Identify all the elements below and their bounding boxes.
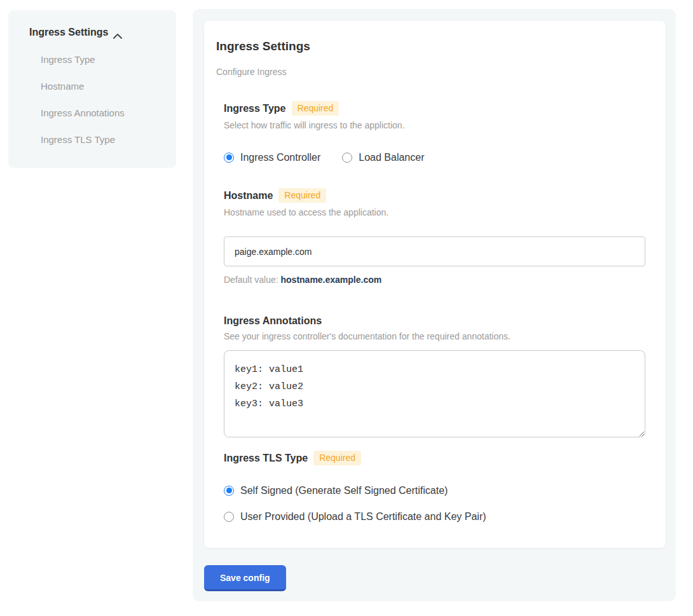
required-badge: Required bbox=[292, 101, 340, 116]
sidebar-item-ingress-tls-type[interactable]: Ingress TLS Type bbox=[41, 134, 163, 146]
annotations-textarea[interactable]: key1: value1 key2: value2 key3: value3 bbox=[224, 350, 645, 437]
hostname-label-row: Hostname Required bbox=[224, 188, 645, 203]
sidebar-item-ingress-annotations[interactable]: Ingress Annotations bbox=[41, 107, 163, 119]
ingress-type-options: Ingress Controller Load Balancer bbox=[224, 151, 645, 164]
chevron-up-icon bbox=[113, 30, 122, 36]
save-config-button[interactable]: Save config bbox=[204, 565, 286, 591]
hostname-description: Hostname used to access the application. bbox=[224, 207, 645, 218]
sidebar-item-ingress-type[interactable]: Ingress Type bbox=[41, 54, 163, 65]
tls-type-label-row: Ingress TLS Type Required bbox=[224, 451, 645, 465]
annotations-label: Ingress Annotations bbox=[224, 315, 322, 327]
section-ingress-annotations: Ingress Annotations See your ingress con… bbox=[224, 315, 645, 437]
section-ingress-type: Ingress Type Required Select how traffic… bbox=[224, 101, 645, 164]
sidebar-item-list: Ingress Type Hostname Ingress Annotation… bbox=[29, 54, 163, 146]
radio-label: Ingress Controller bbox=[240, 151, 320, 164]
ingress-type-label: Ingress Type bbox=[224, 102, 286, 114]
sidebar-item-hostname[interactable]: Hostname bbox=[41, 81, 163, 92]
hostname-input[interactable] bbox=[224, 236, 645, 266]
radio-option-user-provided[interactable]: User Provided (Upload a TLS Certificate … bbox=[224, 510, 645, 523]
tls-type-options: Self Signed (Generate Self Signed Certif… bbox=[224, 484, 645, 523]
sidebar-group-ingress-settings[interactable]: Ingress Settings bbox=[29, 27, 163, 38]
config-sidebar: Ingress Settings Ingress Type Hostname I… bbox=[8, 10, 176, 168]
page-title: Ingress Settings bbox=[216, 39, 645, 53]
section-ingress-tls-type: Ingress TLS Type Required Self Signed (G… bbox=[224, 451, 645, 523]
annotations-label-row: Ingress Annotations bbox=[224, 315, 645, 327]
ingress-type-description: Select how traffic will ingress to the a… bbox=[224, 120, 645, 131]
radio-label: Load Balancer bbox=[359, 151, 424, 164]
radio-selected-icon[interactable] bbox=[224, 486, 234, 496]
radio-option-ingress-controller[interactable]: Ingress Controller bbox=[224, 151, 320, 164]
config-panel: Ingress Settings Configure Ingress Ingre… bbox=[193, 9, 676, 601]
config-card: Ingress Settings Configure Ingress Ingre… bbox=[204, 21, 666, 548]
tls-type-label: Ingress TLS Type bbox=[224, 452, 308, 464]
default-value-text: hostname.example.com bbox=[281, 275, 382, 285]
default-value-label: Default value: bbox=[224, 275, 278, 285]
hostname-default-line: Default value: hostname.example.com bbox=[224, 275, 645, 285]
annotations-description: See your ingress controller's documentat… bbox=[224, 331, 645, 342]
form-sections: Ingress Type Required Select how traffic… bbox=[224, 101, 645, 523]
radio-option-load-balancer[interactable]: Load Balancer bbox=[342, 151, 424, 164]
radio-selected-icon[interactable] bbox=[224, 153, 234, 163]
required-badge: Required bbox=[278, 188, 326, 203]
hostname-label: Hostname bbox=[224, 189, 273, 202]
radio-unselected-icon[interactable] bbox=[224, 512, 234, 522]
ingress-type-label-row: Ingress Type Required bbox=[224, 101, 645, 116]
sidebar-group-title: Ingress Settings bbox=[29, 27, 108, 38]
radio-option-self-signed[interactable]: Self Signed (Generate Self Signed Certif… bbox=[224, 484, 645, 497]
radio-unselected-icon[interactable] bbox=[342, 153, 352, 163]
section-hostname: Hostname Required Hostname used to acces… bbox=[224, 188, 645, 285]
page-subtitle: Configure Ingress bbox=[216, 67, 645, 77]
radio-label: User Provided (Upload a TLS Certificate … bbox=[240, 510, 486, 523]
required-badge: Required bbox=[313, 451, 361, 465]
radio-label: Self Signed (Generate Self Signed Certif… bbox=[240, 484, 448, 497]
